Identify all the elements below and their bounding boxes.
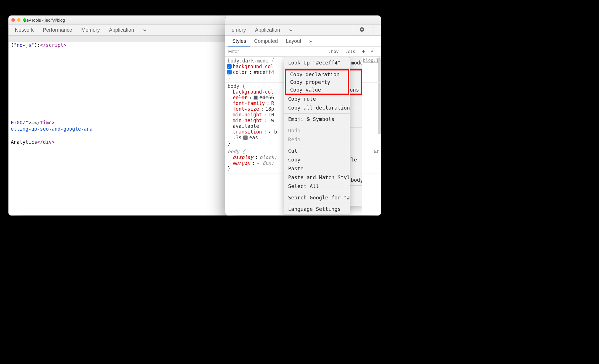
highlight-box: Copy declaration Copy property Copy valu…	[285, 69, 349, 95]
bezier-icon[interactable]	[243, 136, 248, 140]
menuitem-select-all[interactable]: Select All	[284, 182, 350, 191]
menuitem-cut[interactable]: Cut	[284, 146, 350, 155]
tab-network[interactable]: Network	[10, 25, 38, 35]
context-menu-value: Look Up "#eceff4" Copy declaration Copy …	[284, 57, 350, 215]
decl-checkbox[interactable]	[227, 70, 232, 74]
tabs-overflow-icon[interactable]: »	[139, 25, 151, 35]
tab-memory[interactable]: Memory	[77, 25, 104, 35]
menuitem-redo: Redo	[284, 135, 350, 144]
menuitem-copy-rule[interactable]: Copy rule	[284, 94, 350, 103]
menuitem-undo: Undo	[284, 126, 350, 135]
tab-styles[interactable]: Styles	[228, 36, 250, 46]
menuitem-emoji[interactable]: Emoji & Symbols	[284, 115, 350, 124]
styles-filter-input[interactable]	[225, 49, 327, 54]
gear-icon[interactable]	[359, 27, 365, 34]
elements-source-pane: ("no-js");</script> 0:00Z">…</time> etti…	[9, 36, 242, 215]
tab-layout[interactable]: Layout	[282, 36, 305, 46]
cls-toggle[interactable]: .cls	[343, 49, 357, 54]
more-icon[interactable]: ⋮	[370, 26, 376, 34]
tabs-overflow-icon[interactable]: »	[285, 27, 297, 33]
menuitem-copy-value[interactable]: Copy value	[286, 86, 348, 94]
separator	[352, 27, 352, 33]
tab-memory-clip[interactable]: emory	[227, 27, 250, 33]
window-title: DevTools - jec.fyi/blog	[23, 18, 65, 23]
tab-application[interactable]: Application	[104, 25, 139, 35]
link-seo[interactable]: etting-up-seo-and-google-ana	[11, 126, 93, 132]
tab-computed[interactable]: Computed	[250, 36, 282, 46]
menuitem-copy[interactable]: Copy	[284, 155, 350, 164]
menuitem-copy-property[interactable]: Copy property	[286, 78, 348, 86]
tab-application[interactable]: Application	[250, 27, 285, 33]
menuitem-paste-match[interactable]: Paste and Match Style	[284, 173, 350, 182]
tab-performance[interactable]: Performance	[38, 25, 77, 35]
pane-toggle-icon[interactable]: ◀	[370, 49, 378, 54]
decl-checkbox[interactable]	[227, 64, 232, 69]
titlebar	[225, 16, 381, 25]
menuitem-copy-declaration[interactable]: Copy declaration	[286, 70, 348, 78]
new-rule-button[interactable]: +	[360, 48, 367, 55]
menuitem-paste[interactable]: Paste	[284, 164, 350, 173]
menuitem-lookup[interactable]: Look Up "#eceff4"	[284, 58, 350, 67]
menuitem-language-settings[interactable]: Language Settings	[284, 205, 350, 213]
menuitem-search-google[interactable]: Search Google for "#ece	[284, 193, 350, 202]
color-swatch-icon[interactable]	[254, 96, 258, 100]
close-icon[interactable]	[11, 18, 15, 22]
panel-tabs: emory Application » ⋮	[225, 25, 381, 36]
hov-toggle[interactable]: :hov	[327, 49, 341, 54]
menuitem-copy-all-decls[interactable]: Copy all declarations	[284, 103, 350, 112]
subtabs-overflow-icon[interactable]: »	[305, 36, 316, 46]
minimize-icon[interactable]	[17, 18, 21, 22]
